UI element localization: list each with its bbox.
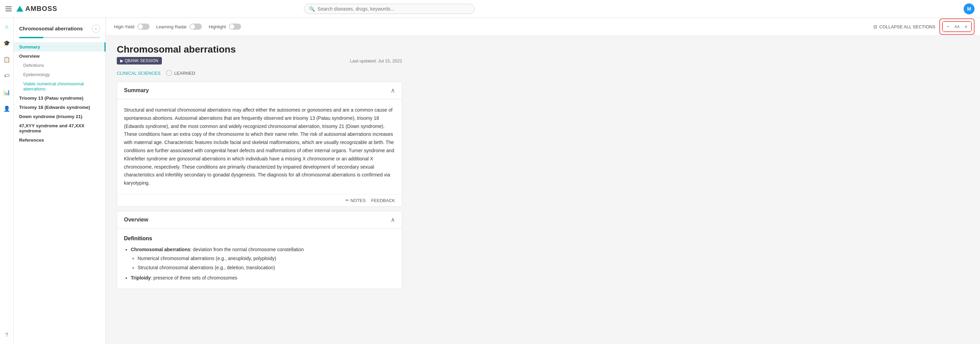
- pencil-icon: ✏: [345, 198, 349, 203]
- overview-chevron-icon: ∧: [391, 216, 395, 224]
- list-item: Triploidy: presence of three sets of chr…: [131, 274, 395, 282]
- list-item: Chromosomal aberrations: deviation from …: [131, 246, 395, 271]
- last-updated: Last updated: Jul 15, 2021: [350, 59, 402, 63]
- nav-sidebar: Chromosomal aberrations ‹ Summary Overvi…: [14, 18, 106, 344]
- sidebar-item-summary[interactable]: Summary: [14, 42, 105, 52]
- learning-radar-toggle[interactable]: [189, 24, 202, 30]
- font-controls: − AA +: [942, 21, 972, 32]
- article-title: Chromosomal aberrations: [117, 44, 402, 55]
- feedback-button[interactable]: FEEDBACK: [371, 198, 395, 203]
- clinical-sciences-link[interactable]: CLINICAL SCIENCES: [117, 71, 161, 76]
- qbank-button[interactable]: ▶ QBANK SESSION: [117, 57, 162, 65]
- collapse-all-button[interactable]: ⊟ COLLAPSE ALL SECTIONS: [873, 24, 935, 29]
- sidebar-icon-learn[interactable]: 🎓: [2, 38, 12, 48]
- learning-radar-toggle-group: Learning Radar: [156, 24, 202, 30]
- sidebar-item-definitions[interactable]: Definitions: [14, 61, 105, 70]
- article-content: Chromosomal aberrations ▶ QBANK SESSION …: [106, 36, 413, 301]
- play-icon: ▶: [120, 59, 123, 63]
- feedback-label: FEEDBACK: [371, 198, 395, 203]
- list-item: Numerical chromosomal aberrations (e.g.,…: [138, 255, 395, 262]
- overview-section-header[interactable]: Overview ∧: [117, 211, 402, 229]
- highlight-label: Highlight: [208, 24, 226, 29]
- sub-def-list: Numerical chromosomal aberrations (e.g.,…: [131, 255, 395, 271]
- sidebar-item-down[interactable]: Down syndrome (trisomy 21): [14, 112, 105, 121]
- term-chromosomal: Chromosomal aberrations: [131, 247, 190, 252]
- sidebar-item-trisomy13[interactable]: Trisomy 13 (Patau syndrome): [14, 94, 105, 103]
- high-yield-label: High-Yield: [114, 24, 135, 29]
- collapse-icon: ⊟: [873, 24, 877, 29]
- overview-section-body: Definitions Chromosomal aberrations: dev…: [117, 229, 402, 289]
- article-meta: ▶ QBANK SESSION Last updated: Jul 15, 20…: [117, 57, 402, 65]
- notes-label: NOTES: [350, 198, 366, 203]
- sidebar-item-epidemiology[interactable]: Epidemiology: [14, 70, 105, 79]
- font-decrease-button[interactable]: −: [943, 22, 953, 32]
- definitions-title: Definitions: [124, 235, 395, 242]
- learned-label: LEARNED: [174, 71, 195, 76]
- progress-bar-container: [14, 37, 105, 42]
- nav-right: M: [964, 3, 975, 14]
- qbank-label: QBANK SESSION: [125, 59, 158, 63]
- article-actions: CLINICAL SCIENCES LEARNED: [117, 70, 402, 76]
- highlight-toggle-group: Highlight: [208, 24, 241, 30]
- sidebar-item-47xyy[interactable]: 47,XYY syndrome and 47,XXX syndrome: [14, 121, 105, 135]
- sidebar-icon-help[interactable]: ?: [2, 330, 12, 340]
- sidebar-icon-tags[interactable]: 🏷: [2, 71, 12, 81]
- learning-radar-label: Learning Radar: [156, 24, 187, 29]
- high-yield-toggle[interactable]: [137, 24, 150, 30]
- logo[interactable]: AMBOSS: [16, 5, 57, 13]
- list-item: Structural chromosomal aberrations (e.g.…: [138, 264, 395, 271]
- font-size-display: AA: [953, 25, 961, 29]
- summary-text: Structural and numerical chromosomal abe…: [124, 106, 395, 187]
- avatar[interactable]: M: [964, 3, 975, 14]
- logo-text: AMBOSS: [25, 5, 57, 13]
- summary-section-header[interactable]: Summary ∧: [117, 82, 402, 99]
- term-triploidy: Triploidy: [131, 275, 151, 281]
- def-triploidy: : presence of three sets of chromosomes: [151, 275, 237, 281]
- search-icon: 🔍: [309, 6, 315, 12]
- sidebar-collapse-button[interactable]: ‹: [92, 25, 100, 33]
- sidebar-icon-profile[interactable]: 👤: [2, 104, 12, 113]
- hamburger-menu-icon[interactable]: [5, 5, 12, 12]
- article-toolbar: High-Yield Learning Radar Highlight ⊟ CO…: [106, 18, 980, 36]
- nav-sidebar-header: Chromosomal aberrations ‹: [14, 22, 105, 37]
- summary-section-title: Summary: [124, 87, 149, 94]
- icon-sidebar: ⌂ 🎓 📋 🏷 📊 👤 ?: [0, 18, 14, 344]
- logo-triangle-icon: [16, 6, 23, 12]
- summary-section-body: Structural and numerical chromosomal abe…: [117, 99, 402, 194]
- learned-circle-icon: [166, 70, 172, 76]
- def-chromosomal: : deviation from the normal chromosome c…: [190, 247, 304, 252]
- top-navigation: AMBOSS 🔍 M: [0, 0, 980, 18]
- summary-section-footer: ✏ NOTES FEEDBACK: [117, 194, 402, 206]
- summary-chevron-icon: ∧: [391, 87, 395, 94]
- search-input[interactable]: [318, 6, 469, 12]
- sidebar-item-references[interactable]: References: [14, 135, 105, 145]
- main-layout: ⌂ 🎓 📋 🏷 📊 👤 ? Chromosomal aberrations ‹ …: [0, 18, 980, 344]
- content-area: High-Yield Learning Radar Highlight ⊟ CO…: [106, 18, 980, 344]
- overview-section: Overview ∧ Definitions Chromosomal aberr…: [117, 211, 402, 289]
- font-increase-button[interactable]: +: [961, 22, 971, 32]
- progress-bar: [19, 37, 100, 38]
- collapse-all-label: COLLAPSE ALL SECTIONS: [879, 24, 935, 29]
- learned-button[interactable]: LEARNED: [166, 70, 195, 76]
- article-tags: ▶ QBANK SESSION: [117, 57, 162, 65]
- search-bar[interactable]: 🔍: [304, 4, 475, 14]
- highlight-toggle[interactable]: [229, 24, 241, 30]
- sidebar-icon-home[interactable]: ⌂: [2, 22, 12, 32]
- definitions-list: Chromosomal aberrations: deviation from …: [124, 246, 395, 282]
- sidebar-item-viable[interactable]: Viable numerical chromosomal aberrations: [14, 79, 105, 94]
- summary-section: Summary ∧ Structural and numerical chrom…: [117, 82, 402, 207]
- nav-sidebar-title: Chromosomal aberrations: [19, 25, 83, 32]
- progress-fill: [19, 37, 43, 38]
- overview-section-title: Overview: [124, 217, 148, 223]
- notes-button[interactable]: ✏ NOTES: [345, 198, 366, 203]
- font-controls-wrapper: − AA +: [942, 21, 972, 32]
- high-yield-toggle-group: High-Yield: [114, 24, 150, 30]
- sidebar-item-trisomy18[interactable]: Trisomy 18 (Edwards syndrome): [14, 103, 105, 112]
- sidebar-item-overview[interactable]: Overview: [14, 52, 105, 61]
- sidebar-icon-stats[interactable]: 📊: [2, 87, 12, 97]
- sidebar-icon-library[interactable]: 📋: [2, 55, 12, 64]
